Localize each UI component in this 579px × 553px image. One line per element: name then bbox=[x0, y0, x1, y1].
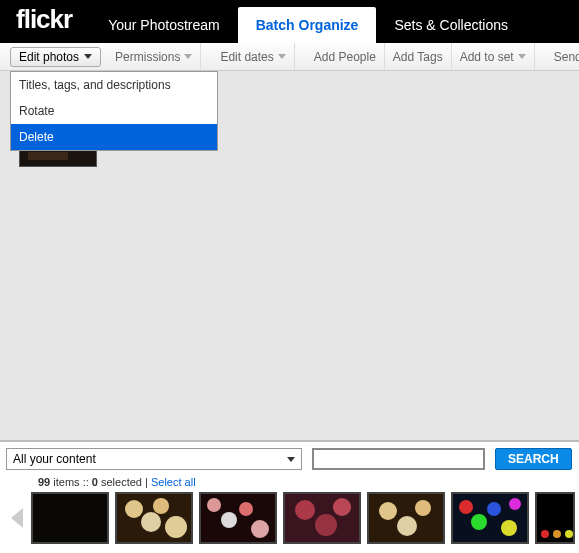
header: flickr Your Photostream Batch Organize S… bbox=[0, 0, 579, 43]
thumb-7[interactable] bbox=[535, 492, 575, 544]
permissions-button[interactable]: Permissions bbox=[107, 43, 201, 70]
logo[interactable]: flickr bbox=[0, 4, 90, 43]
status-row: 99 items :: 0 selected | Select all bbox=[0, 474, 579, 490]
item-count: 99 bbox=[38, 476, 50, 488]
chevron-down-icon bbox=[84, 54, 92, 59]
edit-photos-button[interactable]: Edit photos bbox=[10, 47, 101, 67]
chevron-down-icon bbox=[278, 54, 286, 59]
dropdown-rotate[interactable]: Rotate bbox=[11, 98, 217, 124]
edit-photos-dropdown: Titles, tags, and descriptions Rotate De… bbox=[10, 71, 218, 151]
search-button[interactable]: SEARCH bbox=[495, 448, 572, 470]
select-all-link[interactable]: Select all bbox=[151, 476, 196, 488]
add-tags-button[interactable]: Add Tags bbox=[385, 43, 452, 70]
add-people-button[interactable]: Add People bbox=[306, 43, 385, 70]
thumb-2[interactable] bbox=[115, 492, 193, 544]
edit-dates-button[interactable]: Edit dates bbox=[212, 43, 294, 70]
thumb-5[interactable] bbox=[367, 492, 445, 544]
tab-photostream[interactable]: Your Photostream bbox=[90, 7, 238, 43]
thumb-4[interactable] bbox=[283, 492, 361, 544]
tab-batch-organize[interactable]: Batch Organize bbox=[238, 7, 377, 43]
search-input[interactable] bbox=[312, 448, 485, 470]
triangle-left-icon bbox=[11, 508, 23, 528]
chevron-down-icon bbox=[184, 54, 192, 59]
chevron-down-icon bbox=[518, 54, 526, 59]
dropdown-titles-tags[interactable]: Titles, tags, and descriptions bbox=[11, 72, 217, 98]
content-filter-select[interactable]: All your content bbox=[6, 448, 302, 470]
thumb-3[interactable] bbox=[199, 492, 277, 544]
tab-sets-collections[interactable]: Sets & Collections bbox=[376, 7, 526, 43]
add-to-set-button[interactable]: Add to set bbox=[452, 43, 535, 70]
bottom-bar: All your content SEARCH More opti 99 ite… bbox=[0, 440, 579, 553]
filter-row: All your content SEARCH More opti bbox=[0, 442, 579, 474]
toolbar: Edit photos Permissions Edit dates Add P… bbox=[0, 43, 579, 71]
scroll-left-button[interactable] bbox=[4, 493, 29, 543]
send-to-group-button[interactable]: Send to gro bbox=[546, 43, 579, 70]
thumbstrip bbox=[0, 490, 579, 544]
thumb-1[interactable] bbox=[31, 492, 109, 544]
thumb-6[interactable] bbox=[451, 492, 529, 544]
dropdown-delete[interactable]: Delete bbox=[11, 124, 217, 150]
chevron-down-icon bbox=[287, 457, 295, 462]
edit-photos-label: Edit photos bbox=[19, 50, 79, 64]
